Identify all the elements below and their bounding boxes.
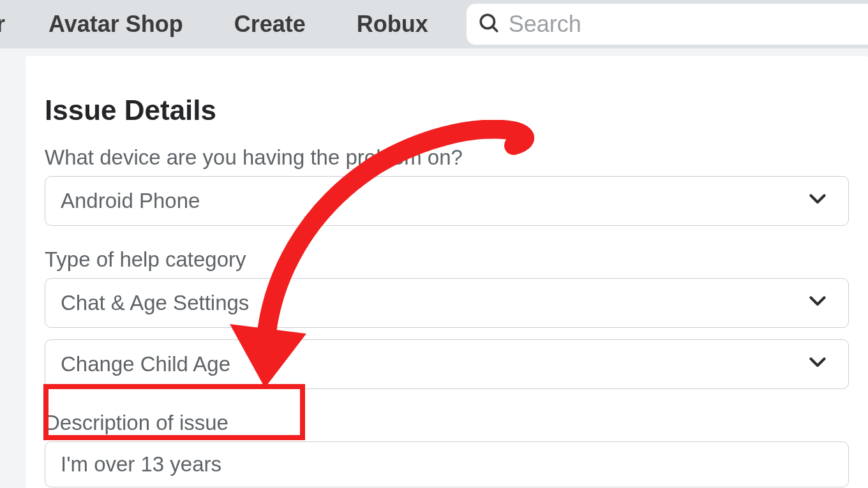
description-label: Description of issue [45,411,849,435]
category-select[interactable]: Chat & Age Settings [45,278,849,328]
issue-form-card: Issue Details What device are you having… [26,56,868,488]
svg-line-1 [492,27,497,31]
search-box[interactable] [467,4,868,45]
nav-create[interactable]: Create [209,11,331,38]
description-value: I'm over 13 years [61,452,221,476]
chevron-down-icon [806,187,829,215]
device-label: What device are you having the problem o… [45,145,849,170]
description-textarea[interactable]: I'm over 13 years [45,441,849,487]
page-body: Issue Details What device are you having… [0,48,868,488]
nav-robux[interactable]: Robux [331,11,454,38]
nav-fragment: r [0,11,23,38]
subcategory-value: Change Child Age [61,352,230,376]
nav-avatar-shop[interactable]: Avatar Shop [23,11,209,38]
issue-heading: Issue Details [45,94,849,126]
chevron-down-icon [806,350,829,378]
device-select[interactable]: Android Phone [45,176,849,226]
search-icon [478,12,500,36]
search-input[interactable] [500,11,868,38]
category-value: Chat & Age Settings [61,291,249,315]
device-value: Android Phone [61,189,200,213]
chevron-down-icon [806,289,829,317]
subcategory-select[interactable]: Change Child Age [45,339,849,389]
category-label: Type of help category [45,248,849,272]
top-navbar: r Avatar Shop Create Robux [0,0,868,48]
